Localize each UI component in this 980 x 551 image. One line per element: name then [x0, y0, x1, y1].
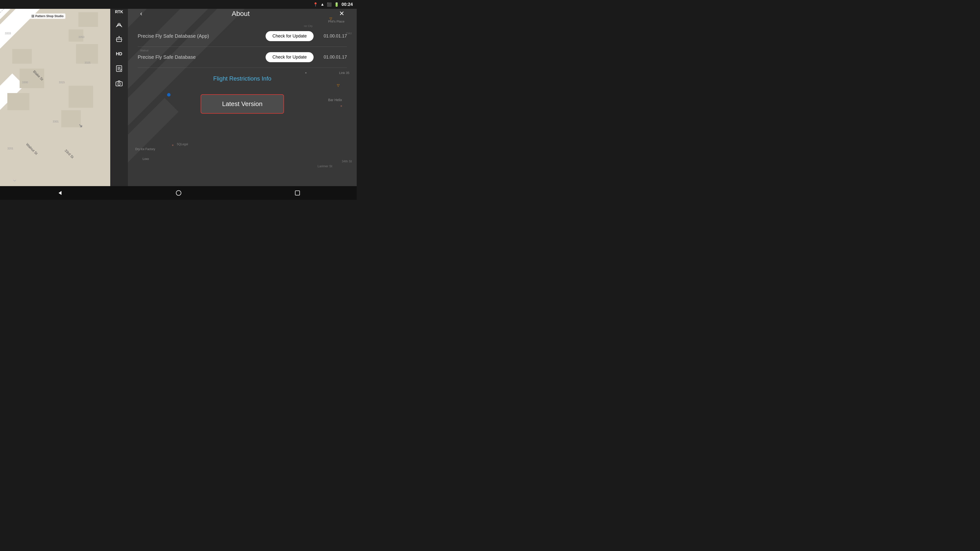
- database-app-version: 01.00.01.17: [318, 33, 347, 39]
- loxo-label: Loxo: [143, 157, 149, 160]
- map-num-3333: 3333: [5, 32, 11, 35]
- main-content: 🖼 Pattern Shop Studio Blake St Walnut St…: [0, 0, 357, 200]
- map-num-3201: 3201: [7, 147, 13, 150]
- recents-nav-button[interactable]: [290, 188, 305, 198]
- building-7: [68, 86, 93, 108]
- place-name-text: Pattern Shop Studio: [35, 14, 64, 18]
- dry-ice-label: Dry Ice Factory: [135, 148, 155, 151]
- cast-icon: ⬛: [327, 2, 332, 7]
- database-app-label: Precise Fly Safe Database (App): [138, 33, 266, 39]
- map-num-3300: 3300: [22, 81, 28, 84]
- flight-restrictions-row: Flight Restrictions Info: [138, 68, 347, 89]
- building-3: [7, 93, 29, 110]
- chevron-down-icon[interactable]: ⌄: [12, 175, 18, 183]
- pattern-shop-label: 🖼 Pattern Shop Studio: [29, 13, 65, 19]
- battery-icon: 🔋: [334, 2, 339, 7]
- building-1: [12, 49, 32, 64]
- nav-bar: [0, 186, 357, 200]
- map-dot-brown-1: [172, 144, 173, 146]
- building-5: [78, 12, 98, 27]
- svg-rect-3: [119, 39, 121, 40]
- back-button[interactable]: ‹: [138, 9, 145, 18]
- status-time: 00:24: [342, 2, 353, 7]
- latest-version-button[interactable]: Latest Version: [200, 94, 284, 114]
- close-button[interactable]: ✕: [337, 9, 347, 18]
- 34th-st-label: 34th St: [342, 159, 352, 163]
- database-app-row: Precise Fly Safe Database (App) Check fo…: [138, 26, 347, 47]
- checklist-icon[interactable]: [114, 63, 124, 74]
- building-6: [76, 44, 98, 64]
- svg-rect-2: [118, 39, 119, 40]
- map-num-3315: 3315: [59, 81, 65, 84]
- database-version: 01.00.01.17: [318, 55, 347, 60]
- check-update-button[interactable]: Check for Update: [266, 52, 313, 62]
- database-label: Precise Fly Safe Database: [138, 54, 266, 60]
- panel-header: ‹ About ✕: [138, 9, 347, 18]
- rtk-label: RTK: [115, 10, 123, 14]
- svg-rect-1: [117, 38, 121, 41]
- latest-version-container: Latest Version: [138, 89, 347, 119]
- screen: 📍 ▲ ⬛ 🔋 00:24: [0, 0, 357, 200]
- svg-rect-16: [295, 191, 300, 195]
- database-controls: Check for Update 01.00.01.17: [266, 52, 347, 62]
- map-num-3325: 3325: [84, 61, 91, 64]
- map-num-3350: 3350: [78, 35, 84, 38]
- flight-restrictions-link[interactable]: Flight Restrictions Info: [213, 75, 271, 82]
- map-roads: [0, 0, 110, 200]
- map-num-3301: 3301: [52, 120, 59, 123]
- location-icon: 📍: [313, 2, 318, 7]
- sidebar: RTK HD: [110, 0, 128, 200]
- larimer-st-label: Larimer St: [318, 164, 332, 168]
- svg-point-13: [118, 83, 120, 85]
- signal-icon[interactable]: [114, 19, 124, 30]
- camera-icon[interactable]: [114, 78, 124, 89]
- database-row: Precise Fly Safe Database Check for Upda…: [138, 47, 347, 68]
- back-nav-button[interactable]: [52, 188, 67, 198]
- database-app-controls: Check for Update 01.00.01.17: [266, 31, 347, 41]
- map-area: 🖼 Pattern Shop Studio Blake St Walnut St…: [0, 0, 110, 200]
- home-nav-button[interactable]: [171, 188, 186, 198]
- robot-icon[interactable]: [114, 34, 124, 44]
- 5qlegal-label: 5QLegal: [177, 143, 188, 146]
- status-icons: 📍 ▲ ⬛ 🔋 00:24: [313, 2, 353, 7]
- panel-title: About: [145, 10, 337, 17]
- status-bar: 📍 ▲ ⬛ 🔋 00:24: [0, 0, 357, 9]
- hd-icon[interactable]: HD: [114, 49, 124, 59]
- svg-point-15: [176, 191, 181, 195]
- svg-point-5: [119, 36, 119, 37]
- about-panel: Phil's Place rer City CHU Link 35 Bar He…: [128, 0, 357, 200]
- svg-marker-14: [59, 191, 62, 195]
- wifi-icon: ▲: [320, 2, 325, 6]
- check-update-app-button[interactable]: Check for Update: [266, 31, 313, 41]
